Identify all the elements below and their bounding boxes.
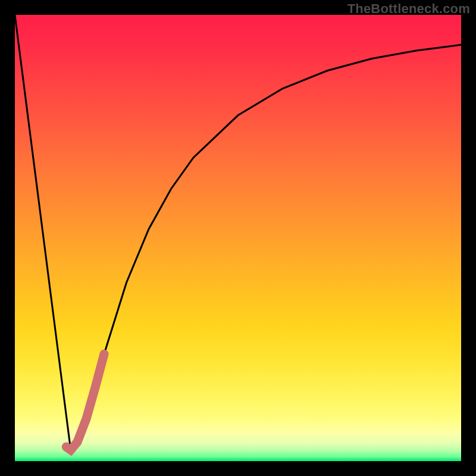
chart-frame: TheBottleneck.com	[0, 0, 476, 476]
plot-svg	[15, 15, 461, 461]
gradient-background	[15, 15, 461, 461]
plot-area	[15, 15, 461, 461]
